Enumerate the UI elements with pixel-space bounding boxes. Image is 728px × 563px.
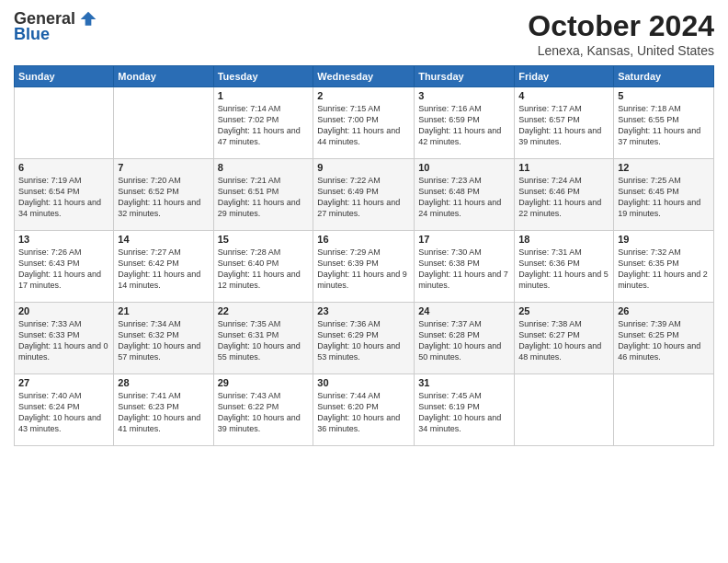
table-row: 11Sunrise: 7:24 AM Sunset: 6:46 PM Dayli… <box>515 159 614 231</box>
day-info: Sunrise: 7:36 AM Sunset: 6:29 PM Dayligh… <box>317 318 410 363</box>
table-row: 19Sunrise: 7:32 AM Sunset: 6:35 PM Dayli… <box>614 231 714 303</box>
day-number: 8 <box>218 162 310 173</box>
day-info: Sunrise: 7:31 AM Sunset: 6:36 PM Dayligh… <box>518 247 609 292</box>
col-tuesday: Tuesday <box>213 66 313 87</box>
table-row: 17Sunrise: 7:30 AM Sunset: 6:38 PM Dayli… <box>415 231 515 303</box>
table-row: 21Sunrise: 7:34 AM Sunset: 6:32 PM Dayli… <box>114 303 213 374</box>
day-number: 5 <box>618 90 710 101</box>
table-row: 20Sunrise: 7:33 AM Sunset: 6:33 PM Dayli… <box>15 303 114 374</box>
table-row: 1Sunrise: 7:14 AM Sunset: 7:02 PM Daylig… <box>213 87 313 159</box>
calendar-week-row: 13Sunrise: 7:26 AM Sunset: 6:43 PM Dayli… <box>15 231 714 303</box>
day-info: Sunrise: 7:29 AM Sunset: 6:39 PM Dayligh… <box>317 247 410 292</box>
day-info: Sunrise: 7:18 AM Sunset: 6:55 PM Dayligh… <box>618 103 710 148</box>
day-number: 27 <box>18 377 109 388</box>
day-info: Sunrise: 7:19 AM Sunset: 6:54 PM Dayligh… <box>18 175 109 220</box>
day-info: Sunrise: 7:28 AM Sunset: 6:40 PM Dayligh… <box>218 247 310 292</box>
table-row: 7Sunrise: 7:20 AM Sunset: 6:52 PM Daylig… <box>114 159 213 231</box>
day-number: 12 <box>618 162 710 173</box>
title-section: October 2024 Lenexa, Kansas, United Stat… <box>528 9 714 58</box>
calendar-table: Sunday Monday Tuesday Wednesday Thursday… <box>14 65 714 446</box>
col-friday: Friday <box>515 66 614 87</box>
day-number: 4 <box>518 90 609 101</box>
day-info: Sunrise: 7:44 AM Sunset: 6:20 PM Dayligh… <box>317 390 410 435</box>
day-number: 3 <box>418 90 510 101</box>
day-info: Sunrise: 7:14 AM Sunset: 7:02 PM Dayligh… <box>218 103 310 148</box>
calendar-week-row: 27Sunrise: 7:40 AM Sunset: 6:24 PM Dayli… <box>15 374 714 446</box>
header: General Blue October 2024 Lenexa, Kansas… <box>14 9 714 58</box>
day-info: Sunrise: 7:39 AM Sunset: 6:25 PM Dayligh… <box>618 318 710 363</box>
day-info: Sunrise: 7:38 AM Sunset: 6:27 PM Dayligh… <box>518 318 609 363</box>
calendar-week-row: 1Sunrise: 7:14 AM Sunset: 7:02 PM Daylig… <box>15 87 714 159</box>
logo-icon <box>79 10 97 29</box>
table-row: 10Sunrise: 7:23 AM Sunset: 6:48 PM Dayli… <box>415 159 515 231</box>
table-row <box>15 87 114 159</box>
table-row: 15Sunrise: 7:28 AM Sunset: 6:40 PM Dayli… <box>213 231 313 303</box>
day-info: Sunrise: 7:40 AM Sunset: 6:24 PM Dayligh… <box>18 390 109 435</box>
day-info: Sunrise: 7:25 AM Sunset: 6:45 PM Dayligh… <box>618 175 710 220</box>
day-number: 21 <box>118 305 209 316</box>
table-row: 2Sunrise: 7:15 AM Sunset: 7:00 PM Daylig… <box>313 87 415 159</box>
day-number: 2 <box>317 90 410 101</box>
day-info: Sunrise: 7:33 AM Sunset: 6:33 PM Dayligh… <box>18 318 109 363</box>
day-info: Sunrise: 7:17 AM Sunset: 6:57 PM Dayligh… <box>518 103 609 148</box>
col-sunday: Sunday <box>15 66 114 87</box>
day-info: Sunrise: 7:24 AM Sunset: 6:46 PM Dayligh… <box>518 175 609 220</box>
day-number: 14 <box>118 234 209 245</box>
day-number: 13 <box>18 234 109 245</box>
day-number: 1 <box>218 90 310 101</box>
table-row: 25Sunrise: 7:38 AM Sunset: 6:27 PM Dayli… <box>515 303 614 374</box>
col-monday: Monday <box>114 66 213 87</box>
table-row: 27Sunrise: 7:40 AM Sunset: 6:24 PM Dayli… <box>15 374 114 446</box>
table-row: 3Sunrise: 7:16 AM Sunset: 6:59 PM Daylig… <box>415 87 515 159</box>
day-info: Sunrise: 7:26 AM Sunset: 6:43 PM Dayligh… <box>18 247 109 292</box>
table-row: 28Sunrise: 7:41 AM Sunset: 6:23 PM Dayli… <box>114 374 213 446</box>
day-number: 26 <box>618 305 710 316</box>
table-row: 22Sunrise: 7:35 AM Sunset: 6:31 PM Dayli… <box>213 303 313 374</box>
day-info: Sunrise: 7:20 AM Sunset: 6:52 PM Dayligh… <box>118 175 209 220</box>
calendar-week-row: 20Sunrise: 7:33 AM Sunset: 6:33 PM Dayli… <box>15 303 714 374</box>
day-number: 18 <box>518 234 609 245</box>
table-row: 26Sunrise: 7:39 AM Sunset: 6:25 PM Dayli… <box>614 303 714 374</box>
day-info: Sunrise: 7:41 AM Sunset: 6:23 PM Dayligh… <box>118 390 209 435</box>
table-row: 8Sunrise: 7:21 AM Sunset: 6:51 PM Daylig… <box>213 159 313 231</box>
day-number: 25 <box>518 305 609 316</box>
page: General Blue October 2024 Lenexa, Kansas… <box>0 0 728 455</box>
day-info: Sunrise: 7:37 AM Sunset: 6:28 PM Dayligh… <box>418 318 510 363</box>
day-number: 28 <box>118 377 209 388</box>
day-number: 17 <box>418 234 510 245</box>
day-number: 9 <box>317 162 410 173</box>
col-saturday: Saturday <box>614 66 714 87</box>
calendar-header-row: Sunday Monday Tuesday Wednesday Thursday… <box>15 66 714 87</box>
day-info: Sunrise: 7:16 AM Sunset: 6:59 PM Dayligh… <box>418 103 510 148</box>
table-row <box>114 87 213 159</box>
logo-blue-text: Blue <box>14 25 50 44</box>
day-number: 6 <box>18 162 109 173</box>
table-row: 14Sunrise: 7:27 AM Sunset: 6:42 PM Dayli… <box>114 231 213 303</box>
table-row <box>515 374 614 446</box>
col-thursday: Thursday <box>415 66 515 87</box>
logo: General Blue <box>14 9 97 44</box>
day-info: Sunrise: 7:30 AM Sunset: 6:38 PM Dayligh… <box>418 247 510 292</box>
day-number: 15 <box>218 234 310 245</box>
table-row: 6Sunrise: 7:19 AM Sunset: 6:54 PM Daylig… <box>15 159 114 231</box>
table-row: 12Sunrise: 7:25 AM Sunset: 6:45 PM Dayli… <box>614 159 714 231</box>
day-info: Sunrise: 7:35 AM Sunset: 6:31 PM Dayligh… <box>218 318 310 363</box>
day-info: Sunrise: 7:43 AM Sunset: 6:22 PM Dayligh… <box>218 390 310 435</box>
day-number: 20 <box>18 305 109 316</box>
day-number: 7 <box>118 162 209 173</box>
day-number: 31 <box>418 377 510 388</box>
table-row: 23Sunrise: 7:36 AM Sunset: 6:29 PM Dayli… <box>313 303 415 374</box>
day-number: 30 <box>317 377 410 388</box>
day-number: 11 <box>518 162 609 173</box>
table-row: 4Sunrise: 7:17 AM Sunset: 6:57 PM Daylig… <box>515 87 614 159</box>
location: Lenexa, Kansas, United States <box>528 43 714 58</box>
table-row: 16Sunrise: 7:29 AM Sunset: 6:39 PM Dayli… <box>313 231 415 303</box>
day-number: 24 <box>418 305 510 316</box>
day-info: Sunrise: 7:15 AM Sunset: 7:00 PM Dayligh… <box>317 103 410 148</box>
table-row <box>614 374 714 446</box>
month-title: October 2024 <box>528 9 714 43</box>
table-row: 31Sunrise: 7:45 AM Sunset: 6:19 PM Dayli… <box>415 374 515 446</box>
table-row: 13Sunrise: 7:26 AM Sunset: 6:43 PM Dayli… <box>15 231 114 303</box>
day-number: 23 <box>317 305 410 316</box>
table-row: 29Sunrise: 7:43 AM Sunset: 6:22 PM Dayli… <box>213 374 313 446</box>
